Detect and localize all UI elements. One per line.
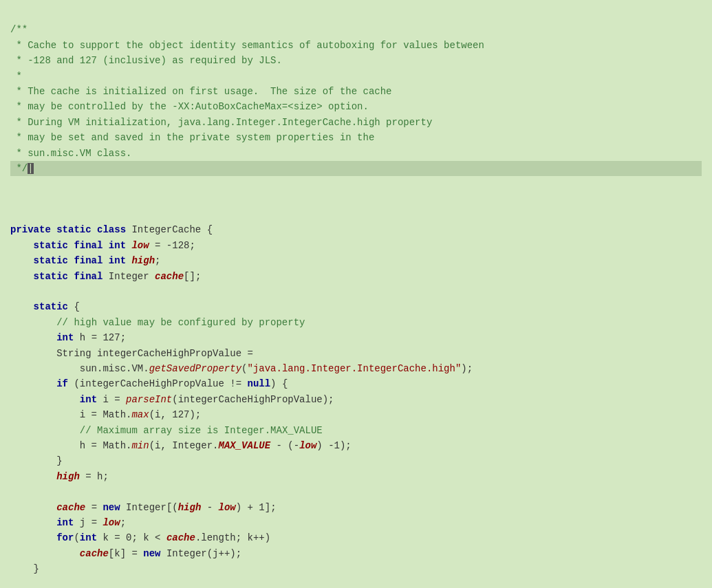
blank-line bbox=[10, 209, 16, 220]
blank-line-3 bbox=[10, 486, 16, 497]
blank-line-4 bbox=[10, 578, 16, 588]
blank-line-2 bbox=[10, 286, 16, 297]
comment-line-4: * bbox=[10, 71, 22, 82]
comment-line-5: * The cache is initialized on first usag… bbox=[10, 86, 392, 97]
if-statement: if (integerCacheHighPropValue != null) { bbox=[10, 378, 288, 389]
comment-line-2: * Cache to support the object identity s… bbox=[10, 40, 484, 51]
var-h: int h = 127; bbox=[10, 332, 126, 343]
field-low: static final int low = -128; bbox=[10, 240, 195, 251]
math-max: i = Math.max(i, 127); bbox=[10, 409, 201, 420]
var-j: int j = low; bbox=[10, 517, 126, 528]
closing-static: } bbox=[10, 563, 39, 574]
comment-line-7: * During VM initialization, java.lang.In… bbox=[10, 117, 432, 128]
math-min: h = Math.min(i, Integer.MAX_VALUE - (-lo… bbox=[10, 440, 352, 451]
comment-line-8: * may be set and saved in the private sy… bbox=[10, 132, 374, 143]
field-high: static final int high; bbox=[10, 255, 160, 266]
comment-line-6: * may be controlled by the -XX:AutoBoxCa… bbox=[10, 101, 369, 112]
closing-if: } bbox=[10, 455, 63, 466]
highlighted-close-comment: */| bbox=[10, 161, 702, 176]
for-loop: for(int k = 0; k < cache.length; k++) bbox=[10, 532, 270, 543]
code-container: /** * Cache to support the object identi… bbox=[10, 7, 702, 588]
high-assign: high = h; bbox=[10, 471, 109, 482]
cache-assign: cache = new Integer[(high - low) + 1]; bbox=[10, 502, 277, 513]
comment-max: // Maximum array size is Integer.MAX_VAL… bbox=[10, 425, 323, 436]
get-saved-property: sun.misc.VM.getSavedProperty("java.lang.… bbox=[10, 363, 473, 374]
class-declaration: private static class IntegerCache { bbox=[10, 224, 213, 235]
parse-int: int i = parseInt(integerCacheHighPropVal… bbox=[10, 394, 334, 405]
field-cache: static final Integer cache[]; bbox=[10, 271, 201, 282]
comment-line-9: * sun.misc.VM class. bbox=[10, 148, 131, 159]
var-string: String integerCacheHighPropValue = bbox=[10, 348, 253, 359]
comment-high: // high value may be configured by prope… bbox=[10, 317, 305, 328]
comment-line-3: * -128 and 127 (inclusive) as required b… bbox=[10, 55, 282, 66]
static-block: static { bbox=[10, 301, 80, 312]
cache-fill: cache[k] = new Integer(j++); bbox=[10, 548, 241, 559]
comment-line-1: /** bbox=[10, 24, 28, 35]
